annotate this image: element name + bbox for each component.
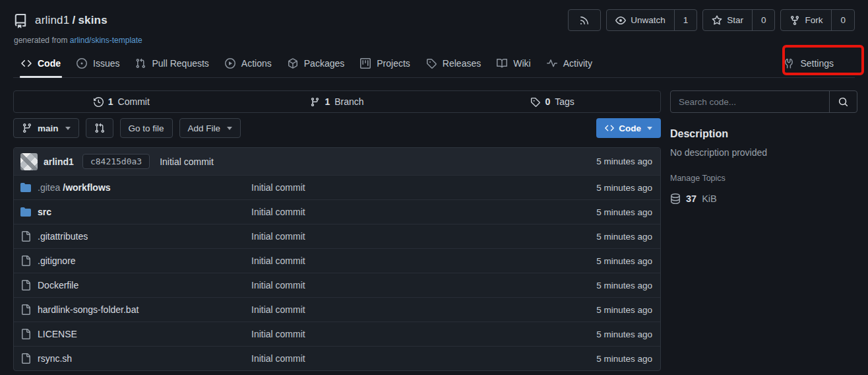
file-name[interactable]: hardlink-songs-folder.bat: [38, 304, 139, 315]
watch-count[interactable]: 1: [674, 10, 697, 30]
search-button[interactable]: [829, 91, 857, 112]
file-name[interactable]: /workflows: [63, 182, 110, 193]
code-download-button[interactable]: Code: [596, 118, 661, 138]
unwatch-button[interactable]: Unwatch: [607, 10, 674, 30]
avatar[interactable]: [20, 153, 38, 170]
code-button-label: Code: [619, 123, 641, 133]
chevron-down-icon: [647, 127, 652, 130]
repo-action-buttons: Unwatch 1 Star 0 Fork 0: [568, 9, 855, 31]
add-file-button[interactable]: Add File: [179, 118, 241, 138]
tab-issues[interactable]: Issues: [69, 51, 127, 77]
fork-count[interactable]: 0: [831, 10, 854, 30]
star-label: Star: [727, 15, 743, 25]
file-link--gitignore[interactable]: .gitignore: [20, 256, 251, 266]
commit-sha-link[interactable]: c84215d0a3: [82, 154, 150, 169]
file-commit-message-link[interactable]: Initial commit: [251, 256, 596, 266]
file-commit-message-link[interactable]: Initial commit: [251, 329, 596, 339]
fork-label: Fork: [805, 15, 822, 25]
tools-icon: [784, 58, 794, 69]
table-row: DockerfileInitial commit5 minutes ago: [14, 273, 660, 297]
tab-label: Wiki: [513, 58, 530, 69]
file-commit-message-link[interactable]: Initial commit: [251, 304, 596, 315]
branch-selector[interactable]: main: [13, 118, 79, 138]
commit-message-link[interactable]: Initial commit: [160, 156, 214, 167]
stat-tags[interactable]: 0Tags: [445, 91, 660, 112]
file-name[interactable]: .gitignore: [38, 256, 76, 266]
repo-name-link[interactable]: skins: [78, 14, 107, 26]
manage-topics-link[interactable]: Manage Topics: [670, 174, 726, 183]
pull-icon: [135, 58, 146, 69]
branch-icon: [310, 97, 320, 107]
tab-actions[interactable]: Actions: [217, 51, 280, 77]
file-commit-message-link[interactable]: Initial commit: [251, 207, 596, 217]
fork-button[interactable]: Fork: [781, 10, 831, 30]
file-link-dockerfile[interactable]: Dockerfile: [20, 280, 251, 290]
tab-projects[interactable]: Projects: [352, 51, 418, 77]
file-link-rsync-sh[interactable]: rsync.sh: [20, 353, 251, 364]
file-name[interactable]: rsync.sh: [38, 353, 72, 364]
stat-commit[interactable]: 1Commit: [14, 91, 230, 112]
stat-branch[interactable]: 1Branch: [230, 91, 445, 112]
file-toolbar: main Go to file Add File Code: [13, 118, 661, 138]
table-row: srcInitial commit5 minutes ago: [14, 199, 660, 224]
tab-label: Projects: [377, 58, 410, 69]
eye-icon: [615, 15, 626, 26]
file-icon: [20, 231, 31, 242]
repo-size-unit: KiB: [702, 193, 717, 204]
star-count[interactable]: 0: [752, 10, 775, 30]
repo-owner-link[interactable]: arlind1: [35, 14, 69, 26]
file-name[interactable]: Dockerfile: [38, 280, 78, 290]
star-button[interactable]: Star: [703, 10, 752, 30]
code-search-box: [670, 90, 857, 113]
stat-label: Branch: [334, 96, 363, 107]
file-name[interactable]: LICENSE: [38, 329, 77, 339]
chevron-down-icon: [227, 127, 232, 130]
tab-settings[interactable]: Settings: [776, 51, 842, 77]
file-commit-time: 5 minutes ago: [596, 183, 654, 193]
template-repo-link[interactable]: arlind/skins-template: [70, 36, 142, 45]
commit-time: 5 minutes ago: [596, 156, 654, 166]
file-commit-message-link[interactable]: Initial commit: [251, 280, 596, 290]
tab-releases[interactable]: Releases: [418, 51, 489, 77]
database-icon: [670, 193, 681, 204]
tab-label: Actions: [241, 58, 272, 69]
tab-pull-requests[interactable]: Pull Requests: [127, 51, 216, 77]
repo-icon: [13, 14, 28, 28]
file-name-prefix[interactable]: .gitea: [38, 182, 60, 193]
go-to-file-button[interactable]: Go to file: [120, 118, 173, 138]
file-icon: [20, 280, 31, 290]
latest-commit-row: arlind1 c84215d0a3 Initial commit 5 minu…: [14, 148, 660, 175]
watch-button-group: Unwatch 1: [606, 9, 697, 31]
file-commit-time: 5 minutes ago: [596, 305, 654, 315]
project-icon: [360, 58, 371, 69]
tab-label: Issues: [93, 58, 119, 69]
repo-title-row: arlind1/skins Unwatch 1 Star 0: [13, 9, 855, 31]
table-row: LICENSEInitial commit5 minutes ago: [14, 322, 660, 346]
search-input[interactable]: [671, 91, 829, 112]
generated-from-label: generated from: [14, 36, 67, 45]
commit-author-link[interactable]: arlind1: [44, 156, 74, 167]
stat-value: 1: [325, 96, 330, 107]
issue-icon: [77, 58, 87, 69]
compare-button[interactable]: [86, 118, 113, 138]
folder-link--gitea-workflows[interactable]: .gitea/workflows: [20, 182, 251, 193]
file-name[interactable]: .gitattributes: [38, 231, 88, 242]
file-link-hardlink-songs-folder-bat[interactable]: hardlink-songs-folder.bat: [20, 304, 251, 315]
file-commit-time: 5 minutes ago: [596, 256, 654, 266]
file-link-license[interactable]: LICENSE: [20, 329, 251, 339]
file-link--gitattributes[interactable]: .gitattributes: [20, 231, 251, 242]
tab-code[interactable]: Code: [13, 51, 69, 77]
tab-activity[interactable]: Activity: [539, 51, 600, 77]
code-icon: [605, 123, 614, 133]
file-icon: [20, 329, 31, 339]
folder-icon: [20, 182, 31, 193]
rss-button[interactable]: [568, 9, 601, 31]
description-heading: Description: [670, 128, 857, 140]
tab-wiki[interactable]: Wiki: [489, 51, 538, 77]
file-commit-message-link[interactable]: Initial commit: [251, 231, 596, 242]
tab-packages[interactable]: Packages: [280, 51, 352, 77]
file-commit-message-link[interactable]: Initial commit: [251, 182, 596, 193]
file-name[interactable]: src: [38, 207, 51, 217]
file-commit-message-link[interactable]: Initial commit: [251, 353, 596, 364]
folder-link-src[interactable]: src: [20, 207, 251, 217]
